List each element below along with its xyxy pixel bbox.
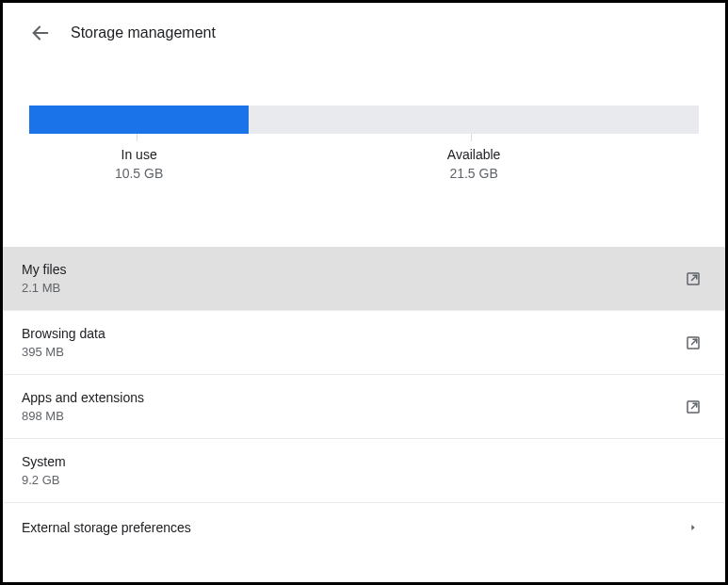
in-use-value: 10.5 GB [29, 166, 249, 181]
in-use-label-group: In use 10.5 GB [29, 147, 249, 181]
list-item-system[interactable]: System 9.2 GB [3, 438, 725, 502]
svg-line-6 [692, 403, 697, 408]
item-title: Apps and extensions [22, 390, 144, 405]
item-title: My files [22, 262, 66, 277]
available-label: Available [249, 147, 699, 162]
available-value: 21.5 GB [249, 166, 699, 181]
item-title: System [22, 454, 66, 469]
page-title: Storage management [71, 24, 216, 41]
external-link-icon [684, 333, 703, 352]
svg-marker-7 [691, 525, 694, 530]
available-label-group: Available 21.5 GB [249, 147, 699, 181]
list-item-external-storage[interactable]: External storage preferences [3, 502, 725, 552]
tick [471, 134, 472, 141]
item-size: 898 MB [22, 409, 144, 423]
chevron-right-icon [684, 518, 703, 537]
storage-bar-track [29, 106, 699, 134]
item-text: My files 2.1 MB [22, 262, 66, 295]
arrow-left-icon [30, 23, 51, 43]
item-size: 395 MB [22, 345, 105, 359]
tick [137, 134, 138, 141]
item-text: System 9.2 GB [22, 454, 66, 487]
item-title: Browsing data [22, 326, 105, 341]
list-item-my-files[interactable]: My files 2.1 MB [3, 247, 725, 310]
storage-list: My files 2.1 MB Browsing data 395 MB App [3, 247, 725, 552]
storage-summary: In use 10.5 GB Available 21.5 GB [3, 54, 725, 247]
item-text: Apps and extensions 898 MB [22, 390, 144, 423]
item-title: External storage preferences [22, 520, 191, 535]
list-item-apps-extensions[interactable]: Apps and extensions 898 MB [3, 374, 725, 438]
list-item-browsing-data[interactable]: Browsing data 395 MB [3, 310, 725, 374]
back-button[interactable] [29, 22, 52, 44]
external-link-icon [684, 398, 703, 416]
item-text: External storage preferences [22, 520, 191, 535]
svg-line-2 [692, 275, 697, 280]
svg-line-4 [692, 339, 697, 344]
item-text: Browsing data 395 MB [22, 326, 105, 359]
header: Storage management [3, 3, 725, 54]
in-use-label: In use [29, 147, 249, 162]
storage-bar-fill [29, 106, 249, 134]
storage-bar-labels: In use 10.5 GB Available 21.5 GB [29, 147, 699, 181]
item-size: 9.2 GB [22, 473, 66, 487]
external-link-icon [684, 269, 703, 288]
item-size: 2.1 MB [22, 281, 66, 295]
